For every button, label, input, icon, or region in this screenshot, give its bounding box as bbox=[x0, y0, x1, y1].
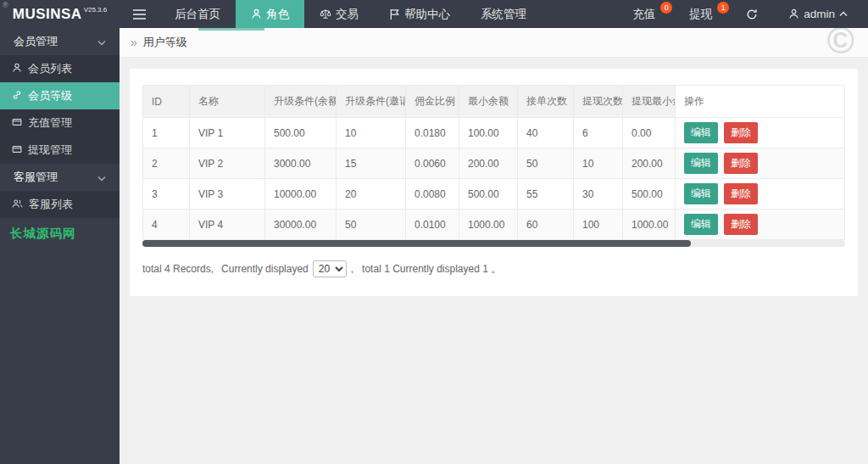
sidebar-group-members[interactable]: 会员管理 bbox=[0, 28, 120, 55]
delete-button[interactable]: 删除 bbox=[724, 122, 758, 143]
username-label: admin bbox=[804, 8, 835, 20]
card-icon bbox=[12, 117, 22, 130]
refresh-button[interactable] bbox=[731, 0, 773, 28]
cell-id: 1 bbox=[143, 118, 190, 148]
sidebar-item-withdraw-mgmt[interactable]: 提现管理 bbox=[0, 137, 120, 164]
horizontal-scrollbar[interactable] bbox=[142, 240, 845, 247]
registered-mark: ® bbox=[3, 1, 8, 9]
records-total-label: total 4 Records, bbox=[142, 263, 214, 275]
topbar-right: 充值 0 提现 1 admin bbox=[617, 0, 868, 28]
col-header-withdraw-min: 提现最小金额 bbox=[623, 86, 676, 118]
link-icon bbox=[12, 90, 22, 103]
sidebar-item-member-list[interactable]: 会员列表 bbox=[0, 55, 120, 82]
cell-name: VIP 3 bbox=[190, 179, 265, 210]
user-level-table: ID 名称 升级条件(余额) 升级条件(邀请) 佣金比例 最小余额 接单次数 提… bbox=[142, 85, 845, 240]
sidebar-item-label: 提现管理 bbox=[28, 143, 72, 158]
nav-item-role[interactable]: 角色 bbox=[236, 0, 304, 28]
cell-actions: 编辑删除 bbox=[676, 148, 845, 179]
nav-label: 后台首页 bbox=[175, 7, 220, 22]
nav-item-system[interactable]: 系统管理 bbox=[465, 0, 542, 28]
cell-withdraw-count: 6 bbox=[574, 118, 623, 148]
page-size-select[interactable]: 20 bbox=[313, 260, 347, 277]
table-row: 4 VIP 4 30000.00 50 0.0100 1000.00 60 10… bbox=[143, 210, 845, 240]
chevron-down-icon bbox=[97, 171, 106, 184]
breadcrumb: » 用户等级 © bbox=[120, 28, 868, 58]
cell-name: VIP 1 bbox=[190, 118, 265, 148]
delete-button[interactable]: 删除 bbox=[724, 153, 758, 174]
cell-id: 3 bbox=[143, 179, 190, 210]
nav-label: 帮助中心 bbox=[404, 7, 450, 22]
cell-upgrade-invite: 50 bbox=[337, 210, 406, 240]
col-header-min-balance: 最小余额 bbox=[459, 86, 518, 118]
nav-item-dashboard[interactable]: 后台首页 bbox=[159, 0, 236, 28]
cell-upgrade-balance: 500.00 bbox=[265, 118, 337, 148]
sidebar-item-recharge-mgmt[interactable]: 充值管理 bbox=[0, 109, 120, 137]
cell-actions: 编辑删除 bbox=[676, 179, 845, 210]
col-header-upgrade-invite: 升级条件(邀请) bbox=[337, 86, 406, 118]
sidebar-toggle-button[interactable] bbox=[120, 0, 159, 28]
sidebar-item-label: 会员等级 bbox=[28, 88, 72, 103]
group-label: 客服管理 bbox=[14, 170, 58, 185]
scale-icon bbox=[320, 8, 331, 20]
hamburger-icon bbox=[133, 9, 146, 20]
main-content: » 用户等级 © ID 名称 升级条件(余额) 升级条件(邀请) 佣金比例 最小… bbox=[120, 28, 868, 464]
edit-button[interactable]: 编辑 bbox=[684, 153, 718, 174]
recharge-label: 充值 bbox=[632, 7, 655, 22]
refresh-icon bbox=[746, 8, 758, 20]
pagination-separator: , bbox=[351, 263, 353, 275]
cell-name: VIP 4 bbox=[190, 210, 265, 240]
cell-upgrade-balance: 3000.00 bbox=[265, 148, 337, 179]
cell-withdraw-min: 1000.00 bbox=[623, 210, 676, 240]
user-icon bbox=[788, 8, 799, 20]
cell-withdraw-min: 0.00 bbox=[623, 118, 676, 148]
card-icon bbox=[12, 144, 22, 157]
person-icon bbox=[12, 63, 22, 75]
breadcrumb-arrow-icon: » bbox=[131, 36, 137, 49]
edit-button[interactable]: 编辑 bbox=[684, 183, 718, 204]
chevron-up-icon bbox=[839, 11, 848, 17]
cell-commission: 0.0060 bbox=[406, 148, 459, 179]
cell-order-count: 40 bbox=[518, 118, 574, 148]
top-nav: 后台首页 角色 交易 帮助中心 系统管理 bbox=[120, 0, 542, 28]
sidebar-item-label: 客服列表 bbox=[29, 197, 73, 212]
withdraw-link[interactable]: 提现 1 bbox=[674, 0, 731, 28]
sidebar-group-service[interactable]: 客服管理 bbox=[0, 164, 120, 191]
pages-total-label: total 1 Currently displayed 1 。 bbox=[362, 262, 501, 277]
cell-withdraw-count: 30 bbox=[574, 179, 623, 210]
active-tab-indicator bbox=[198, 28, 264, 31]
col-header-withdraw-count: 提现次数 bbox=[574, 86, 623, 118]
edit-button[interactable]: 编辑 bbox=[684, 122, 718, 143]
scrollbar-thumb[interactable] bbox=[142, 240, 691, 247]
nav-label: 系统管理 bbox=[481, 7, 526, 22]
nav-item-help[interactable]: 帮助中心 bbox=[374, 0, 465, 28]
table-card: ID 名称 升级条件(余额) 升级条件(邀请) 佣金比例 最小余额 接单次数 提… bbox=[130, 69, 858, 296]
sidebar-item-service-list[interactable]: 客服列表 bbox=[0, 191, 120, 218]
cell-min-balance: 1000.00 bbox=[459, 210, 518, 240]
col-header-name: 名称 bbox=[190, 86, 265, 118]
nav-item-trade[interactable]: 交易 bbox=[304, 0, 374, 28]
cell-upgrade-balance: 30000.00 bbox=[265, 210, 337, 240]
nav-label: 交易 bbox=[336, 7, 359, 22]
brand-logo[interactable]: ® MUSINSA V25.3.6 bbox=[0, 0, 120, 28]
page-title: 用户等级 bbox=[143, 35, 187, 50]
cell-commission: 0.0180 bbox=[406, 118, 459, 148]
sidebar-item-member-level[interactable]: 会员等级 bbox=[0, 82, 120, 109]
cell-upgrade-invite: 10 bbox=[337, 118, 406, 148]
cell-id: 4 bbox=[143, 210, 190, 240]
col-header-upgrade-balance: 升级条件(余额) bbox=[265, 86, 337, 118]
pagination-bar: total 4 Records, Currently displayed 20 … bbox=[142, 260, 845, 277]
chevron-down-icon bbox=[97, 36, 106, 48]
page-size-label: Currently displayed bbox=[221, 263, 309, 275]
user-menu[interactable]: admin bbox=[773, 0, 863, 28]
cell-actions: 编辑删除 bbox=[676, 118, 845, 148]
delete-button[interactable]: 删除 bbox=[724, 214, 758, 235]
copyright-watermark-icon: © bbox=[827, 28, 854, 58]
recharge-link[interactable]: 充值 0 bbox=[617, 0, 674, 28]
col-header-commission: 佣金比例 bbox=[406, 86, 459, 118]
topbar: ® MUSINSA V25.3.6 后台首页 角色 交易 bbox=[0, 0, 868, 28]
edit-button[interactable]: 编辑 bbox=[684, 214, 718, 235]
recharge-count-badge: 0 bbox=[660, 2, 672, 14]
cell-min-balance: 500.00 bbox=[459, 179, 518, 210]
delete-button[interactable]: 删除 bbox=[724, 183, 758, 204]
flag-icon bbox=[389, 8, 400, 20]
